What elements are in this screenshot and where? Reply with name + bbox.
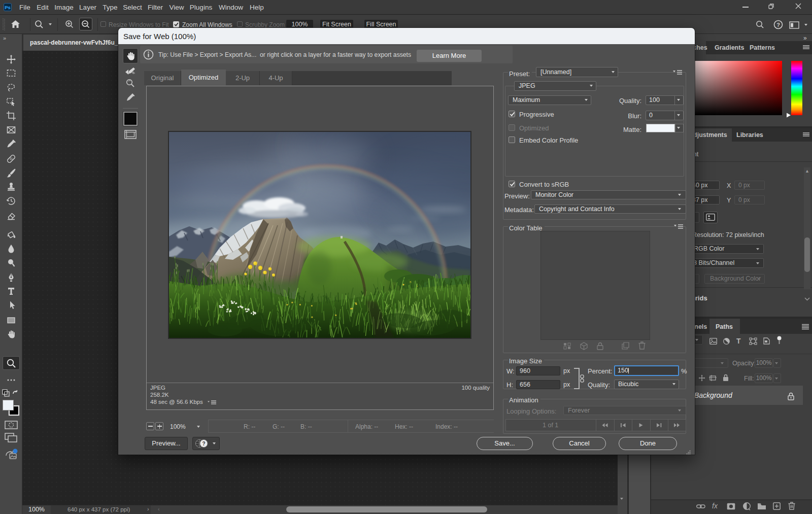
svg-text:?: ? <box>202 441 205 447</box>
svg-text:?: ? <box>776 22 780 28</box>
